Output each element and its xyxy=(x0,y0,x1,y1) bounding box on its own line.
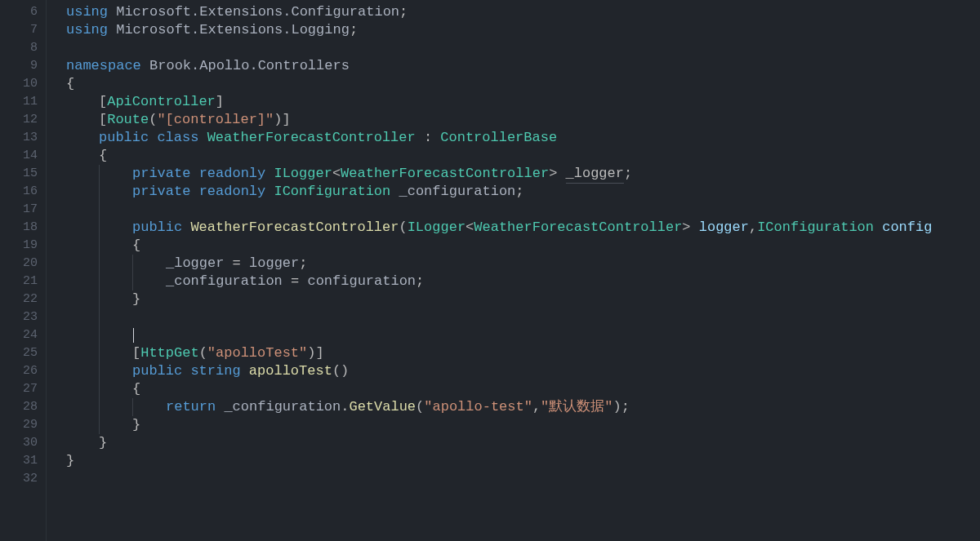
code-line[interactable]: { xyxy=(66,380,980,398)
token-punc xyxy=(216,398,224,416)
line-number: 15 xyxy=(0,165,42,183)
token-punc: [ xyxy=(99,93,107,111)
token-punc xyxy=(108,3,116,21)
token-punc: { xyxy=(99,147,107,165)
line-number: 8 xyxy=(0,39,42,57)
token-punc xyxy=(198,129,207,147)
token-kw: private xyxy=(132,183,190,201)
code-line[interactable]: private readonly ILogger<WeatherForecast… xyxy=(66,165,980,183)
token-punc xyxy=(241,362,249,380)
line-number: 25 xyxy=(0,344,42,362)
code-line[interactable]: using Microsoft.Extensions.Logging; xyxy=(66,21,980,39)
token-punc: = xyxy=(283,273,308,290)
token-punc: ; xyxy=(624,165,632,183)
code-line[interactable]: } xyxy=(66,434,980,452)
token-punc xyxy=(141,57,149,75)
code-line[interactable] xyxy=(66,39,980,57)
code-line[interactable]: } xyxy=(66,290,980,308)
line-number: 27 xyxy=(0,380,42,398)
token-type: WeatherForecastController xyxy=(341,165,549,183)
code-line[interactable]: { xyxy=(66,237,980,255)
token-kw: using xyxy=(66,21,108,39)
token-kw: private xyxy=(132,165,190,183)
token-fn: WeatherForecastController xyxy=(190,219,399,237)
token-punc: ; xyxy=(399,3,408,21)
token-punc xyxy=(108,21,116,39)
line-number: 9 xyxy=(0,57,42,75)
indent-guide xyxy=(66,362,99,380)
indent-guide xyxy=(66,219,99,237)
code-line[interactable]: } xyxy=(66,452,980,470)
code-line[interactable]: _configuration = configuration; xyxy=(66,273,980,290)
code-line[interactable]: _logger = logger; xyxy=(66,255,980,273)
indent-guide xyxy=(99,165,132,183)
token-type: HttpGet xyxy=(140,344,198,362)
code-line[interactable]: [HttpGet("apolloTest")] xyxy=(66,344,980,362)
token-str: "apollo-test" xyxy=(424,398,532,416)
token-punc xyxy=(874,219,882,237)
token-kw: public xyxy=(132,219,182,237)
code-line[interactable]: namespace Brook.Apollo.Controllers xyxy=(66,57,980,75)
indent-guide xyxy=(99,344,132,362)
indent-guide xyxy=(66,183,99,201)
token-ident: _logger xyxy=(166,255,224,273)
code-line[interactable]: using Microsoft.Extensions.Configuration… xyxy=(66,3,980,21)
token-punc xyxy=(190,183,198,201)
token-punc: : xyxy=(416,129,441,147)
token-kw: using xyxy=(66,3,108,21)
token-type: ApiController xyxy=(107,93,216,111)
code-line[interactable] xyxy=(66,326,980,344)
code-line[interactable]: { xyxy=(66,75,980,93)
line-number: 16 xyxy=(0,183,42,201)
code-line[interactable]: public class WeatherForecastController :… xyxy=(66,129,980,147)
line-number: 10 xyxy=(0,75,42,93)
token-kw: readonly xyxy=(199,183,266,201)
token-ident: Brook.Apollo.Controllers xyxy=(149,57,350,75)
code-line[interactable]: public string apolloTest() xyxy=(66,362,980,380)
code-editor[interactable]: 6789101112131415161718192021222324252627… xyxy=(0,0,980,541)
code-line[interactable]: public WeatherForecastController(ILogger… xyxy=(66,219,980,237)
line-number: 12 xyxy=(0,111,42,129)
token-ident: _configuration xyxy=(399,183,515,201)
code-line[interactable]: private readonly IConfiguration _configu… xyxy=(66,183,980,201)
indent-guide xyxy=(66,380,99,398)
code-line[interactable]: } xyxy=(66,416,980,434)
indent-guide xyxy=(99,183,132,201)
code-line[interactable]: { xyxy=(66,147,980,165)
token-punc: . xyxy=(341,398,349,416)
code-line[interactable] xyxy=(66,201,980,219)
token-punc: , xyxy=(749,219,757,237)
indent-guide xyxy=(66,237,99,255)
token-punc xyxy=(182,219,190,237)
token-punc: ( xyxy=(149,111,157,129)
token-ident: logger xyxy=(249,255,299,273)
indent-guide xyxy=(66,273,99,290)
line-number: 7 xyxy=(0,21,42,39)
token-fn: apolloTest xyxy=(249,362,332,380)
code-line[interactable] xyxy=(66,470,980,488)
code-area[interactable]: using Microsoft.Extensions.Configuration… xyxy=(47,0,980,541)
indent-guide xyxy=(66,165,99,183)
indent-guide xyxy=(66,93,99,111)
code-line[interactable]: [Route("[controller]")] xyxy=(66,111,980,129)
indent-guide xyxy=(99,308,132,326)
line-number: 11 xyxy=(0,93,42,111)
indent-guide xyxy=(66,111,99,129)
code-line[interactable]: [ApiController] xyxy=(66,93,980,111)
indent-guide xyxy=(99,362,132,380)
indent-guide xyxy=(66,308,99,326)
line-number: 14 xyxy=(0,147,42,165)
indent-guide xyxy=(99,398,132,416)
token-punc: ( xyxy=(399,219,407,237)
indent-guide xyxy=(66,129,99,147)
token-ident: _configuration xyxy=(166,273,283,290)
indent-guide xyxy=(99,326,132,344)
token-type: Route xyxy=(107,111,149,129)
indent-guide xyxy=(132,273,166,290)
token-punc xyxy=(190,165,198,183)
line-number: 13 xyxy=(0,129,42,147)
code-line[interactable] xyxy=(66,308,980,326)
token-punc xyxy=(390,183,399,201)
token-punc: [ xyxy=(99,111,107,129)
code-line[interactable]: return _configuration.GetValue("apollo-t… xyxy=(66,398,980,416)
